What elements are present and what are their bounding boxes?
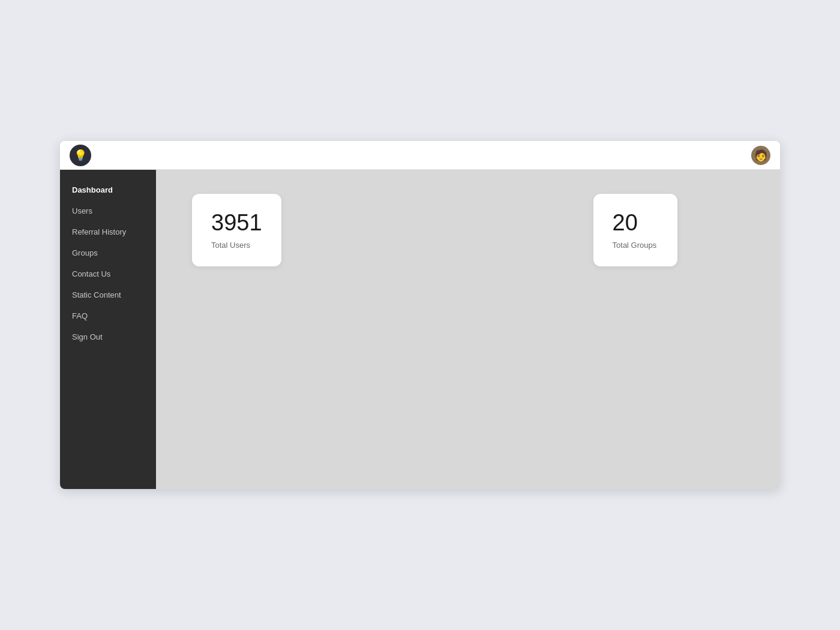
logo-icon: 💡 [74, 149, 87, 162]
sidebar-item-label: FAQ [72, 311, 88, 320]
sidebar-item-faq[interactable]: FAQ [60, 305, 156, 326]
total-groups-label: Total Groups [613, 241, 658, 250]
stats-row: 3951 Total Users 20 Total Groups [192, 194, 744, 266]
avatar-icon: 🧑 [754, 149, 767, 162]
sidebar: Dashboard Users Referral History Groups … [60, 170, 156, 489]
navbar: 💡 🧑 [60, 141, 780, 170]
total-users-value: 3951 [211, 211, 262, 236]
total-users-label: Total Users [211, 241, 262, 250]
sidebar-item-static-content[interactable]: Static Content [60, 284, 156, 305]
sidebar-item-label: Groups [72, 248, 98, 257]
main-layout: Dashboard Users Referral History Groups … [60, 170, 780, 489]
sidebar-item-label: Contact Us [72, 269, 110, 278]
sidebar-item-contact-us[interactable]: Contact Us [60, 263, 156, 284]
sidebar-item-sign-out[interactable]: Sign Out [60, 326, 156, 347]
sidebar-item-dashboard[interactable]: Dashboard [60, 179, 156, 200]
sidebar-item-groups[interactable]: Groups [60, 242, 156, 263]
content-area: 3951 Total Users 20 Total Groups [156, 170, 780, 489]
total-groups-card: 20 Total Groups [593, 194, 677, 266]
sidebar-item-label: Sign Out [72, 332, 103, 341]
sidebar-item-label: Dashboard [72, 185, 113, 194]
app-logo[interactable]: 💡 [70, 145, 91, 166]
total-groups-value: 20 [613, 211, 658, 236]
sidebar-item-label: Static Content [72, 290, 121, 299]
user-avatar[interactable]: 🧑 [751, 146, 770, 165]
total-users-card: 3951 Total Users [192, 194, 281, 266]
sidebar-item-label: Referral History [72, 227, 126, 236]
sidebar-item-referral-history[interactable]: Referral History [60, 221, 156, 242]
app-window: 💡 🧑 Dashboard Users Referral History Gro… [60, 141, 780, 489]
sidebar-item-label: Users [72, 206, 92, 215]
sidebar-item-users[interactable]: Users [60, 200, 156, 221]
